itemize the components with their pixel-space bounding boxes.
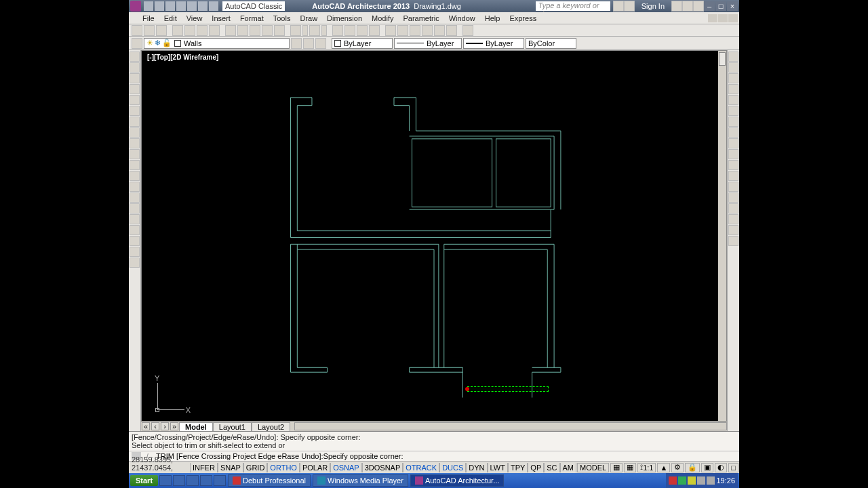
copy-icon[interactable] xyxy=(237,25,248,36)
hardware-accel-icon[interactable]: ▣ xyxy=(701,463,713,472)
status-toggle-snap[interactable]: SNAP xyxy=(218,463,243,472)
model-viewport[interactable]: [-][Top][2D Wireframe] xyxy=(141,50,727,422)
viewport-hscrollbar[interactable] xyxy=(294,422,727,430)
tab-layout2[interactable]: Layout2 xyxy=(252,422,290,431)
menu-dimension[interactable]: Dimension xyxy=(327,14,362,22)
construction-line-icon[interactable] xyxy=(130,62,140,73)
spline-icon[interactable] xyxy=(130,138,140,148)
gradient-icon[interactable] xyxy=(130,214,140,224)
task-autocad[interactable]: AutoCAD Architectur... xyxy=(410,474,504,487)
plotstyle-dropdown[interactable]: ByColor xyxy=(526,38,576,49)
erase-icon[interactable] xyxy=(728,52,738,62)
status-toggle-tpy[interactable]: TPY xyxy=(508,463,528,472)
zoom-window-icon[interactable] xyxy=(357,25,368,36)
extend-icon[interactable] xyxy=(728,160,738,170)
isolate-objects-icon[interactable]: ◐ xyxy=(715,463,727,472)
save-icon[interactable] xyxy=(156,25,167,36)
tray-network-icon[interactable] xyxy=(697,476,705,485)
qat-save-icon[interactable] xyxy=(165,1,175,11)
status-toggle-ortho[interactable]: ORTHO xyxy=(267,463,300,472)
close-button[interactable]: × xyxy=(727,1,738,11)
array-icon[interactable] xyxy=(728,95,738,105)
help-toolbar-icon[interactable] xyxy=(462,25,473,36)
qat-open-icon[interactable] xyxy=(155,1,164,11)
toolpalettes-icon[interactable] xyxy=(410,25,420,36)
tray-icon[interactable] xyxy=(678,476,686,485)
qat-new-icon[interactable] xyxy=(144,1,153,11)
tray-volume-icon[interactable] xyxy=(707,476,715,485)
menu-tools[interactable]: Tools xyxy=(273,14,291,22)
signin-icon[interactable] xyxy=(624,1,635,12)
3ddwf-icon[interactable] xyxy=(209,25,220,36)
add-selected-icon[interactable] xyxy=(130,258,140,268)
tab-layout1[interactable]: Layout1 xyxy=(213,422,252,431)
tab-model[interactable]: Model xyxy=(179,422,213,431)
plot-icon[interactable] xyxy=(172,25,183,36)
ql-app-icon[interactable] xyxy=(214,475,226,486)
ql-desktop-icon[interactable] xyxy=(173,475,185,486)
markup-icon[interactable] xyxy=(434,25,445,36)
quick-view-drawings-icon[interactable]: ▦ xyxy=(624,463,636,472)
qat-saveas-icon[interactable] xyxy=(176,1,186,11)
properties-icon[interactable] xyxy=(385,25,396,36)
linetype-dropdown[interactable]: ByLayer xyxy=(394,38,462,49)
workspace-switching-icon[interactable]: ⚙ xyxy=(671,463,684,472)
tab-next-icon[interactable]: › xyxy=(161,422,169,430)
blockeditor-icon[interactable] xyxy=(274,25,285,36)
new-icon[interactable] xyxy=(132,25,142,36)
blend-icon[interactable] xyxy=(728,225,738,235)
status-toggle-qp[interactable]: QP xyxy=(528,463,544,472)
open-icon[interactable] xyxy=(144,25,155,36)
designcenter-icon[interactable] xyxy=(397,25,408,36)
status-toggle-infer[interactable]: INFER xyxy=(190,463,218,472)
redo-icon[interactable] xyxy=(309,25,320,36)
break-icon[interactable] xyxy=(728,182,738,192)
ql-chrome-icon[interactable] xyxy=(200,475,212,486)
layer-previous-icon[interactable] xyxy=(291,38,302,49)
move-icon[interactable] xyxy=(728,106,738,116)
status-toggle-otrack[interactable]: OTRACK xyxy=(403,463,439,472)
status-toggle-dyn[interactable]: DYN xyxy=(466,463,487,472)
paste-icon[interactable] xyxy=(250,25,260,36)
point-icon[interactable] xyxy=(130,192,140,203)
sheetset-icon[interactable] xyxy=(422,25,433,36)
redo-dropdown-icon[interactable] xyxy=(321,25,327,36)
chamfer-icon[interactable] xyxy=(728,203,738,214)
polygon-icon[interactable] xyxy=(130,84,140,94)
stretch-icon[interactable] xyxy=(728,138,738,148)
undo-icon[interactable] xyxy=(290,25,301,36)
tab-last-icon[interactable]: » xyxy=(170,422,178,430)
clean-screen-icon[interactable]: □ xyxy=(728,463,738,472)
menu-window[interactable]: Window xyxy=(449,14,475,22)
quick-view-layouts-icon[interactable]: ▦ xyxy=(610,463,623,472)
annotation-scale[interactable]: ⟟ 1:1 xyxy=(637,463,656,472)
stayconnected-icon[interactable] xyxy=(682,1,693,12)
circle-icon[interactable] xyxy=(130,117,140,127)
zoom-realtime-icon[interactable] xyxy=(344,25,355,36)
task-debut[interactable]: Debut Professional xyxy=(228,474,311,487)
command-line[interactable]: -/-- TRIM [Fence Crossing Project Edge e… xyxy=(129,451,739,461)
child-minimize-button[interactable] xyxy=(708,14,717,22)
child-restore-button[interactable] xyxy=(718,14,728,22)
tab-first-icon[interactable]: « xyxy=(142,422,150,430)
arc-icon[interactable] xyxy=(130,106,140,116)
layer-properties-icon[interactable] xyxy=(132,38,142,49)
layer-states-icon[interactable] xyxy=(303,38,314,49)
publish-icon[interactable] xyxy=(197,25,208,36)
start-button[interactable]: Start xyxy=(130,475,158,486)
tray-clock[interactable]: 19:26 xyxy=(716,476,735,485)
menu-draw[interactable]: Draw xyxy=(300,14,317,22)
undo-dropdown-icon[interactable] xyxy=(302,25,308,36)
mtext-icon[interactable] xyxy=(130,247,140,257)
trim-icon[interactable] xyxy=(728,149,738,159)
menu-parametric[interactable]: Parametric xyxy=(403,14,439,22)
revision-cloud-icon[interactable] xyxy=(130,127,140,138)
layer-iso-icon[interactable] xyxy=(315,38,326,49)
help-icon[interactable] xyxy=(693,1,704,12)
status-toggle-am[interactable]: AM xyxy=(560,463,577,472)
menu-view[interactable]: View xyxy=(186,14,203,22)
menu-file[interactable]: File xyxy=(142,14,155,22)
pan-icon[interactable] xyxy=(332,25,343,36)
exchange-icon[interactable] xyxy=(671,1,682,12)
ql-ie-icon[interactable] xyxy=(159,475,172,486)
